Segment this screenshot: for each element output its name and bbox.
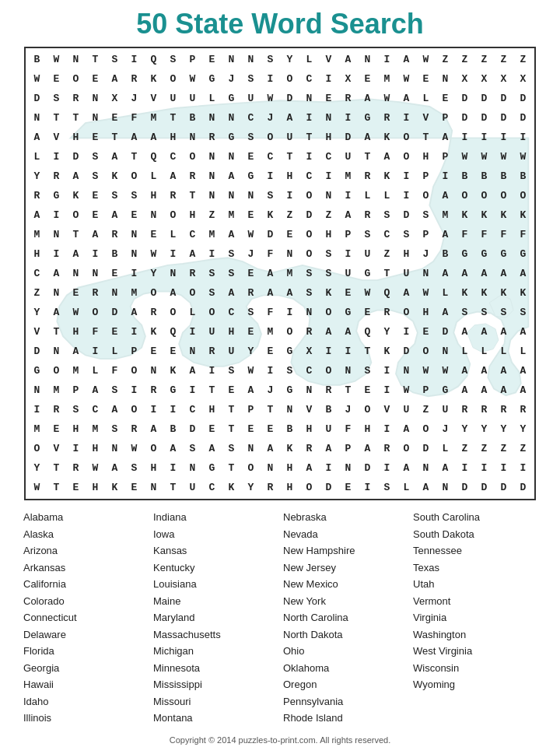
grid-cell: I — [474, 128, 494, 147]
grid-cell: E — [144, 225, 163, 244]
grid-cell: A — [183, 361, 202, 381]
grid-cell: S — [377, 478, 397, 497]
grid-cell: I — [86, 244, 105, 264]
grid-cell: Z — [494, 50, 513, 69]
word-item: Virginia — [413, 610, 537, 626]
grid-cell: D — [280, 89, 299, 108]
grid-cell: S — [261, 50, 280, 69]
grid-cell: O — [319, 361, 338, 381]
grid-cell: J — [436, 419, 455, 439]
grid-cell: A — [397, 283, 416, 303]
grid-cell: H — [358, 419, 377, 439]
grid-cell: H — [280, 458, 299, 478]
grid-cell: I — [358, 478, 377, 497]
grid-cell: C — [319, 147, 338, 167]
grid-cell: R — [358, 205, 377, 225]
grid-cell: O — [66, 69, 86, 89]
grid-cell: I — [86, 342, 105, 361]
grid-cell: K — [474, 283, 494, 303]
grid-cell: E — [105, 322, 124, 342]
word-item: Minnesota — [153, 661, 277, 676]
grid-cell: T — [163, 478, 183, 497]
grid-cell: R — [124, 69, 144, 89]
word-item: Arkansas — [23, 560, 147, 576]
grid-cell: E — [261, 342, 280, 361]
grid-cell: D — [27, 89, 47, 108]
grid-cell: H — [27, 244, 47, 264]
grid-cell: O — [163, 303, 183, 322]
grid-cell: E — [86, 128, 105, 147]
grid-cell: A — [436, 264, 455, 283]
grid-cell: W — [397, 381, 416, 400]
grid-cell: G — [455, 244, 474, 264]
grid-cell: V — [319, 50, 338, 69]
grid-cell: J — [241, 244, 261, 264]
grid-cell: A — [183, 244, 202, 264]
grid-cell: W — [144, 244, 163, 264]
grid-cell: I — [47, 205, 66, 225]
grid-cell: H — [144, 186, 163, 205]
grid-cell: H — [66, 128, 86, 147]
page-title: 50 State Word Search — [136, 8, 423, 40]
grid-cell: U — [358, 244, 377, 264]
grid-cell: D — [338, 128, 358, 147]
word-item: Montana — [153, 710, 277, 726]
grid-cell: U — [436, 400, 455, 419]
grid-cell: S — [222, 439, 241, 458]
grid-cell: E — [202, 50, 222, 69]
grid-cell: Z — [436, 50, 455, 69]
grid-cell: R — [124, 419, 144, 439]
grid-cell: E — [163, 342, 183, 361]
grid-cell: G — [222, 89, 241, 108]
grid-cell: C — [163, 147, 183, 167]
grid-cell: A — [66, 342, 86, 361]
grid-cell: S — [124, 186, 144, 205]
grid-cell: O — [124, 361, 144, 381]
grid-cell: S — [280, 361, 299, 381]
grid-cell: W — [474, 147, 494, 167]
grid-cell: W — [397, 69, 416, 89]
grid-cell: A — [105, 458, 124, 478]
grid-cell: W — [416, 361, 436, 381]
grid-cell: B — [105, 244, 124, 264]
grid-cell: Z — [319, 205, 338, 225]
grid-cell: I — [47, 244, 66, 264]
grid-cell: A — [416, 478, 436, 497]
grid-cell: N — [416, 264, 436, 283]
grid-cell: O — [299, 478, 319, 497]
grid-cell: K — [474, 205, 494, 225]
word-item: Wisconsin — [413, 661, 537, 676]
grid-cell: D — [513, 108, 533, 128]
grid-cell: R — [299, 322, 319, 342]
word-item: South Carolina — [413, 510, 537, 525]
grid-cell: E — [358, 381, 377, 400]
grid-cell: T — [124, 147, 144, 167]
word-item: Wyoming — [413, 677, 537, 693]
grid-cell: A — [163, 167, 183, 186]
grid-cell: W — [358, 283, 377, 303]
word-column-3: South CarolinaSouth DakotaTennesseeTexas… — [413, 510, 537, 726]
grid-cell: K — [494, 283, 513, 303]
grid-cell: N — [105, 439, 124, 458]
grid-cell: U — [338, 147, 358, 167]
grid-cell: N — [86, 108, 105, 128]
grid-cell: N — [280, 400, 299, 419]
grid-cell: A — [436, 458, 455, 478]
grid-cell: A — [397, 89, 416, 108]
grid-cell: I — [338, 186, 358, 205]
word-item: Idaho — [23, 694, 147, 710]
grid-cell: R — [27, 186, 47, 205]
grid-cell: A — [163, 439, 183, 458]
grid-cell: T — [105, 128, 124, 147]
grid-cell: H — [319, 225, 338, 244]
grid-cell: W — [47, 50, 66, 69]
grid-cell: C — [299, 167, 319, 186]
grid-cell: D — [183, 419, 202, 439]
grid-cell: Y — [280, 50, 299, 69]
grid-cell: I — [397, 322, 416, 342]
grid-cell: P — [436, 147, 455, 167]
grid-cell: B — [280, 419, 299, 439]
grid-cell: Z — [455, 50, 474, 69]
grid-cell: E — [124, 205, 144, 225]
grid-cell: O — [241, 458, 261, 478]
